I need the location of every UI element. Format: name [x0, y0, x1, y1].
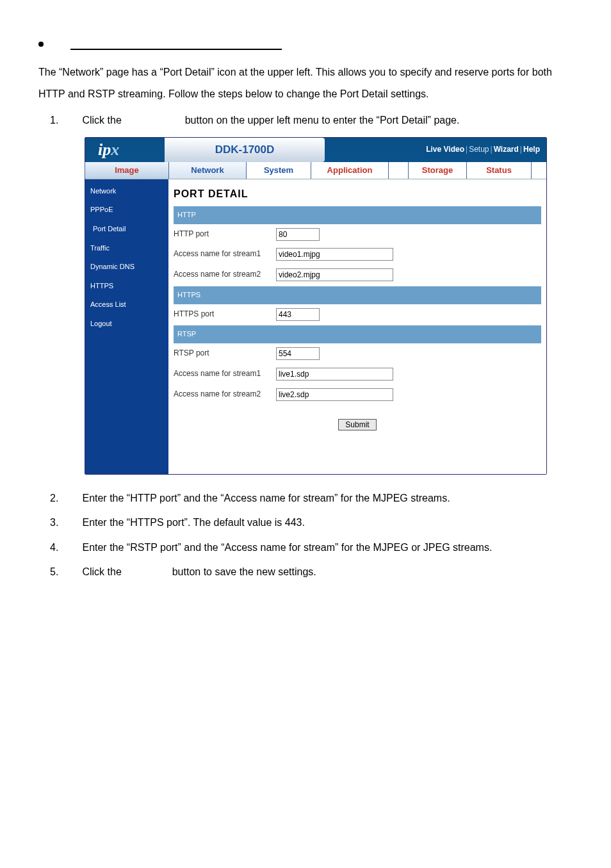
step-3: 3. Enter the “HTTPS port”. The default v… [50, 512, 573, 534]
label-http-stream1: Access name for stream1 [174, 246, 276, 263]
step-number: 2. [50, 487, 79, 509]
model-label: DDK-1700D [165, 138, 325, 162]
page-title: PORT DETAIL [174, 183, 541, 205]
label-http-stream2: Access name for stream2 [174, 266, 276, 283]
step-text: Enter the “HTTPS port”. The default valu… [82, 512, 543, 534]
link-setup[interactable]: Setup [469, 145, 489, 154]
label-rtsp-port: RTSP port [174, 345, 276, 362]
tab-status[interactable]: Status [467, 162, 532, 179]
tab-application[interactable]: Application [311, 162, 389, 179]
sidebar-item-traffic[interactable]: Traffic [85, 239, 168, 258]
sidebar: Network PPPoE Port Detail Traffic Dynami… [85, 179, 168, 474]
step-text-before: Click the [82, 566, 124, 577]
step-4: 4. Enter the “RSTP port” and the “Access… [50, 537, 573, 559]
label-https-port: HTTPS port [174, 306, 276, 323]
intro-paragraph: The “Network” page has a “Port Detail” i… [38, 61, 573, 104]
input-rtsp-port[interactable] [276, 347, 320, 360]
step-number: 3. [50, 512, 79, 534]
main-panel: PORT DETAIL HTTP HTTP port Access name f… [168, 179, 546, 474]
section-rtsp-header: RTSP [174, 325, 541, 343]
sidebar-item-https[interactable]: HTTPS [85, 277, 168, 296]
tab-image[interactable]: Image [85, 162, 169, 179]
link-help[interactable]: Help [523, 145, 540, 154]
sidebar-item-dynamic-dns[interactable]: Dynamic DNS [85, 258, 168, 277]
step-text-after: button to save the new settings. [172, 566, 316, 577]
link-wizard[interactable]: Wizard [494, 145, 519, 154]
submit-button[interactable]: Submit [338, 419, 376, 430]
input-http-stream2[interactable] [276, 268, 393, 281]
input-http-stream1[interactable] [276, 248, 393, 261]
step-text: Enter the “RSTP port” and the “Access na… [82, 537, 543, 559]
step-text: Enter the “HTTP port” and the “Access na… [82, 487, 543, 509]
top-links: Live Video|Setup|Wizard|Help [325, 142, 546, 158]
section-http-header: HTTP [174, 206, 541, 224]
sidebar-item-network[interactable]: Network [85, 182, 168, 201]
sidebar-item-logout[interactable]: Logout [85, 315, 168, 334]
input-http-port[interactable] [276, 228, 320, 241]
bullet-heading [38, 38, 611, 50]
step-number: 5. [50, 561, 79, 583]
tab-bar: Image Network System Application Storage… [85, 162, 546, 179]
tab-system[interactable]: System [247, 162, 311, 179]
bullet-icon [38, 42, 44, 47]
input-https-port[interactable] [276, 308, 320, 321]
step-number: 4. [50, 537, 79, 559]
heading-underline [70, 38, 282, 50]
label-rtsp-stream2: Access name for stream2 [174, 386, 276, 403]
tab-storage[interactable]: Storage [408, 162, 467, 179]
step-text-after: button on the upper left menu to enter t… [185, 115, 460, 126]
step-1: 1. Click the button on the upper left me… [50, 110, 573, 475]
input-rtsp-stream1[interactable] [276, 368, 393, 381]
sidebar-item-pppoe[interactable]: PPPoE [85, 201, 168, 220]
step-2: 2. Enter the “HTTP port” and the “Access… [50, 487, 573, 509]
label-http-port: HTTP port [174, 226, 276, 243]
tab-network[interactable]: Network [169, 162, 247, 179]
sidebar-item-access-list[interactable]: Access List [85, 295, 168, 315]
input-rtsp-stream2[interactable] [276, 388, 393, 401]
section-https-header: HTTPS [174, 286, 541, 304]
screenshot-port-detail: ipx DDK-1700D Live Video|Setup|Wizard|He… [85, 137, 547, 475]
label-rtsp-stream1: Access name for stream1 [174, 366, 276, 382]
sidebar-item-port-detail[interactable]: Port Detail [85, 220, 168, 239]
step-number: 1. [50, 110, 79, 131]
screenshot-header-bar: ipx DDK-1700D Live Video|Setup|Wizard|He… [85, 138, 546, 162]
link-live-video[interactable]: Live Video [426, 145, 464, 154]
step-text-before: Click the [82, 115, 124, 126]
step-5: 5. Click the button to save the new sett… [50, 561, 573, 583]
